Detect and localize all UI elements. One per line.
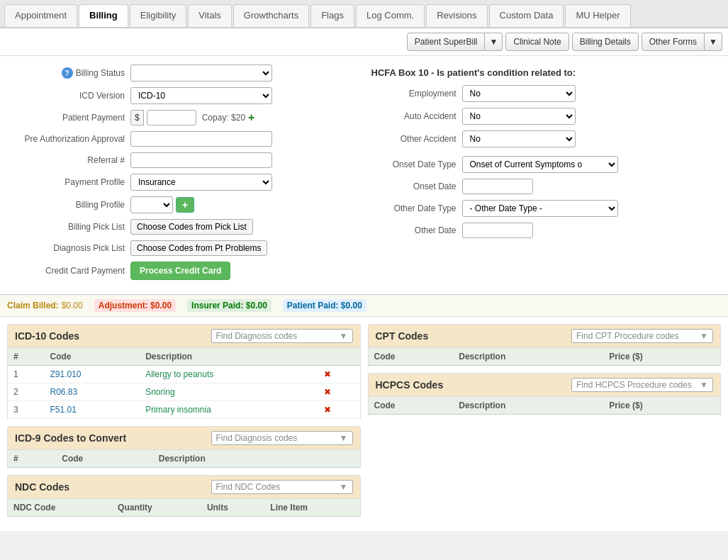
patient-superbill-arrow[interactable]: ▼ <box>485 33 503 51</box>
row-num: 1 <box>8 366 45 383</box>
cpt-header: CPT Codes Find CPT Procedure codes ▼ <box>368 324 722 348</box>
icd9-search-placeholder: Find Diagnosis codes <box>216 433 298 443</box>
icd10-search-placeholder: Find Diagnosis codes <box>216 331 298 341</box>
icd10-table: # Code Description 1 Z91.010 Allergy to … <box>7 348 361 419</box>
billing-form: ?Billing Status ICD Version ICD-10 Patie… <box>0 56 728 295</box>
icd-version-select[interactable]: ICD-10 <box>130 87 272 104</box>
cpt-col-code: Code <box>368 348 453 366</box>
table-row: 2 R06.83 Snoring ✖ <box>8 383 361 401</box>
billing-pick-list-button[interactable]: Choose Codes from Pick List <box>130 219 253 235</box>
insurer-paid-value: $0.00 <box>246 301 267 310</box>
delete-icon[interactable]: ✖ <box>324 369 331 379</box>
row-code[interactable]: F51.01 <box>45 401 140 419</box>
tab-muhelper[interactable]: MU Helper <box>565 4 630 27</box>
patient-paid-item: Patient Paid: $0.00 <box>283 299 366 312</box>
payment-profile-select[interactable]: Insurance <box>130 174 272 191</box>
tab-logcomm[interactable]: Log Comm. <box>356 4 425 27</box>
icd10-col-code: Code <box>45 348 140 366</box>
onset-date-input[interactable] <box>462 179 533 194</box>
process-credit-card-button[interactable]: Process Credit Card <box>130 262 230 280</box>
tab-growthcharts[interactable]: Growthcharts <box>233 4 309 27</box>
row-code[interactable]: Z91.010 <box>45 366 140 383</box>
icd9-header: ICD-9 Codes to Convert Find Diagnosis co… <box>7 426 361 450</box>
other-date-input[interactable] <box>462 223 533 238</box>
delete-icon[interactable]: ✖ <box>324 405 331 415</box>
billing-details-button[interactable]: Billing Details <box>572 33 639 51</box>
employment-select[interactable]: No Yes <box>462 85 576 102</box>
row-num: 3 <box>8 401 45 419</box>
ndc-search[interactable]: Find NDC Codes ▼ <box>211 480 353 494</box>
cpt-search-placeholder: Find CPT Procedure codes <box>576 331 679 341</box>
diagnosis-pick-list-row: Diagnosis Pick List Choose Codes from Pt… <box>11 240 357 256</box>
payment-profile-label: Payment Profile <box>11 177 125 187</box>
tab-revisions[interactable]: Revisions <box>426 4 487 27</box>
billing-profile-add-button[interactable]: + <box>176 197 194 213</box>
other-accident-row: Other Accident No Yes <box>371 130 717 147</box>
employment-label: Employment <box>371 89 457 99</box>
help-icon[interactable]: ? <box>62 67 73 79</box>
tab-flags[interactable]: Flags <box>310 4 354 27</box>
icd-version-row: ICD Version ICD-10 <box>11 87 357 104</box>
patient-paid-value: $0.00 <box>341 301 362 310</box>
row-desc: Allergy to peanuts <box>140 366 318 383</box>
icd10-dropdown-icon: ▼ <box>340 331 348 341</box>
other-forms-button[interactable]: Other Forms <box>642 33 705 51</box>
row-code[interactable]: R06.83 <box>45 383 140 401</box>
icd9-dropdown-icon: ▼ <box>340 433 348 443</box>
pre-auth-input[interactable] <box>130 131 272 147</box>
ndc-search-placeholder: Find NDC Codes <box>216 482 281 492</box>
cpt-col-desc: Description <box>453 348 603 366</box>
tab-appointment[interactable]: Appointment <box>4 4 77 27</box>
icd10-search[interactable]: Find Diagnosis codes ▼ <box>211 329 353 343</box>
claim-billed-value: $0.00 <box>62 301 83 310</box>
other-accident-select[interactable]: No Yes <box>462 130 576 147</box>
referral-input[interactable] <box>130 152 272 168</box>
credit-card-row: Credit Card Payment Process Credit Card <box>11 262 357 280</box>
tab-customdata[interactable]: Custom Data <box>489 4 564 27</box>
hcfa-title: HCFA Box 10 - Is patient's condition rel… <box>371 67 717 78</box>
diagnosis-pick-list-button[interactable]: Choose Codes from Pt Problems <box>130 240 267 256</box>
codes-right: CPT Codes Find CPT Procedure codes ▼ Cod… <box>368 324 722 524</box>
cpt-search[interactable]: Find CPT Procedure codes ▼ <box>571 329 713 343</box>
ndc-col-line: Line Item <box>264 499 360 517</box>
hcpcs-section: HCPCS Codes Find HCPCS Procedure codes ▼… <box>368 373 722 415</box>
delete-icon[interactable]: ✖ <box>324 387 331 397</box>
hcpcs-col-code: Code <box>368 397 453 415</box>
patient-superbill-button[interactable]: Patient SuperBill <box>407 33 486 51</box>
referral-row: Referral # <box>11 152 357 168</box>
other-forms-split: Other Forms ▼ <box>642 33 722 51</box>
patient-payment-input[interactable]: 0 <box>147 110 196 125</box>
onset-date-type-select[interactable]: Onset of Current Symptoms o <box>462 156 618 173</box>
other-forms-arrow[interactable]: ▼ <box>705 33 722 51</box>
icd10-col-desc: Description <box>140 348 318 366</box>
icd9-search[interactable]: Find Diagnosis codes ▼ <box>211 431 353 445</box>
row-num: 2 <box>8 383 45 401</box>
cpt-table: Code Description Price ($) <box>368 348 722 366</box>
ndc-section: NDC Codes Find NDC Codes ▼ NDC Code Quan… <box>7 475 361 517</box>
other-date-type-label: Other Date Type <box>371 203 457 213</box>
hcpcs-table: Code Description Price ($) <box>368 397 722 415</box>
billing-profile-select[interactable] <box>130 196 173 213</box>
tab-eligibility[interactable]: Eligibility <box>130 4 187 27</box>
billing-status-label: ?Billing Status <box>11 67 125 79</box>
other-accident-label: Other Accident <box>371 134 457 144</box>
onset-date-row: Onset Date <box>371 179 717 194</box>
tab-billing[interactable]: Billing <box>79 4 128 27</box>
add-payment-button[interactable]: + <box>248 111 254 124</box>
icd10-header: ICD-10 Codes Find Diagnosis codes ▼ <box>7 324 361 348</box>
credit-card-label: Credit Card Payment <box>11 266 125 276</box>
summary-bar: Claim Billed: $0.00 Adjustment: $0.00 In… <box>0 295 728 317</box>
clinical-note-button[interactable]: Clinical Note <box>505 33 569 51</box>
hcpcs-search[interactable]: Find HCPCS Procedure codes ▼ <box>571 378 713 392</box>
tab-vitals[interactable]: Vitals <box>188 4 232 27</box>
adjustment-item: Adjustment: $0.00 <box>94 299 176 312</box>
other-date-type-select[interactable]: - Other Date Type - <box>462 200 618 217</box>
auto-accident-select[interactable]: No Yes <box>462 108 576 125</box>
employment-row: Employment No Yes <box>371 85 717 102</box>
billing-profile-label: Billing Profile <box>11 200 125 210</box>
cpt-dropdown-icon: ▼ <box>700 331 708 341</box>
onset-date-type-label: Onset Date Type <box>371 159 457 169</box>
claim-billed-label: Claim Billed: <box>7 301 59 310</box>
billing-status-select[interactable] <box>130 65 272 82</box>
pre-auth-row: Pre Authorization Approval <box>11 131 357 147</box>
